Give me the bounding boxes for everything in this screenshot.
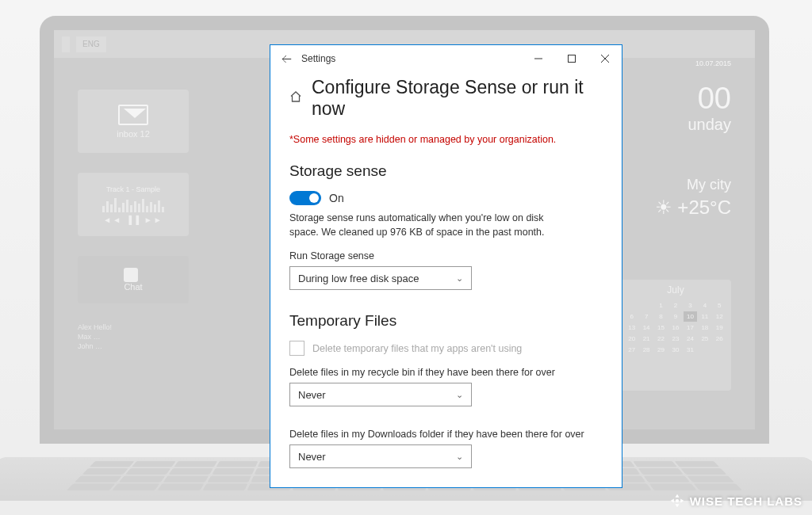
svg-point-8	[676, 499, 679, 502]
music-tile: Track 1 - Sample ◄◄ ▐▐ ►►	[78, 173, 189, 236]
delete-temp-files-checkbox[interactable]	[289, 341, 304, 356]
minimize-icon	[534, 55, 542, 63]
delete-temp-files-row: Delete temporary files that my apps aren…	[289, 341, 603, 356]
chevron-down-icon: ⌄	[456, 390, 463, 400]
svg-rect-1	[569, 55, 576, 63]
storage-sense-heading: Storage sense	[289, 162, 603, 180]
lang-indicator: ENG	[76, 36, 106, 52]
back-button[interactable]: 🡠	[278, 53, 294, 65]
svg-marker-5	[675, 504, 679, 507]
window-title: Settings	[301, 53, 335, 64]
mail-icon	[118, 105, 148, 125]
downloads-value: Never	[298, 451, 326, 463]
home-icon[interactable]	[289, 90, 302, 106]
chevron-down-icon: ⌄	[456, 273, 463, 284]
storage-sense-toggle-label: On	[329, 192, 344, 204]
window-body[interactable]: Configure Storage Sense or run it now *S…	[270, 72, 622, 487]
track-label: Track 1 - Sample	[106, 185, 160, 193]
chat-tile: Chat	[78, 256, 189, 303]
chat-list: Alex Hello! Max … John …	[78, 323, 189, 350]
mail-label: inbox 12	[117, 129, 150, 139]
calendar-grid: 12345 6789101112 13141516171819 20212223…	[625, 300, 726, 355]
delete-temp-files-label: Delete temporary files that my apps aren…	[312, 343, 522, 354]
storage-sense-toggle-row: On	[289, 191, 603, 205]
titlebar: 🡠 Settings	[270, 45, 622, 72]
chat-icon	[124, 268, 138, 282]
page-header: Configure Storage Sense or run it now	[289, 77, 603, 120]
weather-city: My city	[620, 177, 731, 193]
downloads-label: Delete files in my Downloads folder if t…	[289, 429, 603, 440]
close-icon	[601, 55, 609, 63]
settings-window: 🡠 Settings Configure Storage Sense or ru…	[270, 44, 622, 488]
clock-time: 00	[604, 82, 731, 116]
chat-label: Chat	[124, 282, 142, 292]
temp-files-heading: Temporary Files	[289, 312, 603, 330]
svg-marker-6	[670, 499, 673, 503]
clock-widget: 10.07.2015 00 unday	[604, 82, 731, 134]
maximize-icon	[568, 55, 576, 63]
run-storage-sense-value: During low free disk space	[298, 273, 419, 284]
calendar-widget: July 12345 6789101112 13141516171819 202…	[620, 280, 731, 391]
storage-sense-description: Storage sense runs automatically when yo…	[289, 212, 567, 239]
close-button[interactable]	[588, 46, 622, 71]
recycle-bin-label: Delete files in my recycle bin if they h…	[289, 367, 603, 378]
mail-tile: inbox 12	[78, 90, 189, 153]
downloads-dropdown[interactable]: Never ⌄	[289, 444, 472, 468]
watermark-text: WISE TECH LABS	[690, 494, 802, 508]
org-warning-text: *Some settings are hidden or managed by …	[289, 134, 603, 145]
watermark: WISE TECH LABS	[669, 493, 802, 509]
recycle-bin-value: Never	[298, 389, 326, 401]
run-storage-sense-label: Run Storage sense	[289, 250, 603, 261]
clock-day: unday	[604, 116, 731, 134]
maximize-button[interactable]	[555, 46, 588, 71]
calendar-month: July	[625, 284, 726, 296]
storage-sense-toggle[interactable]	[289, 191, 321, 205]
chevron-down-icon: ⌄	[456, 452, 463, 462]
watermark-logo-icon	[669, 493, 685, 509]
weather-temp: +25°C	[677, 196, 731, 218]
minimize-button[interactable]	[522, 46, 555, 71]
svg-marker-7	[680, 499, 684, 503]
run-storage-sense-dropdown[interactable]: During low free disk space ⌄	[289, 266, 472, 290]
tiles-column: inbox 12 Track 1 - Sample ◄◄ ▐▐ ►► Chat	[54, 58, 189, 429]
weather-widget: My city ☀ +25°C	[620, 177, 731, 219]
page-title: Configure Storage Sense or run it now	[312, 77, 603, 120]
recycle-bin-dropdown[interactable]: Never ⌄	[289, 383, 472, 406]
player-controls: ◄◄ ▐▐ ►►	[103, 216, 163, 224]
svg-marker-4	[675, 494, 679, 498]
